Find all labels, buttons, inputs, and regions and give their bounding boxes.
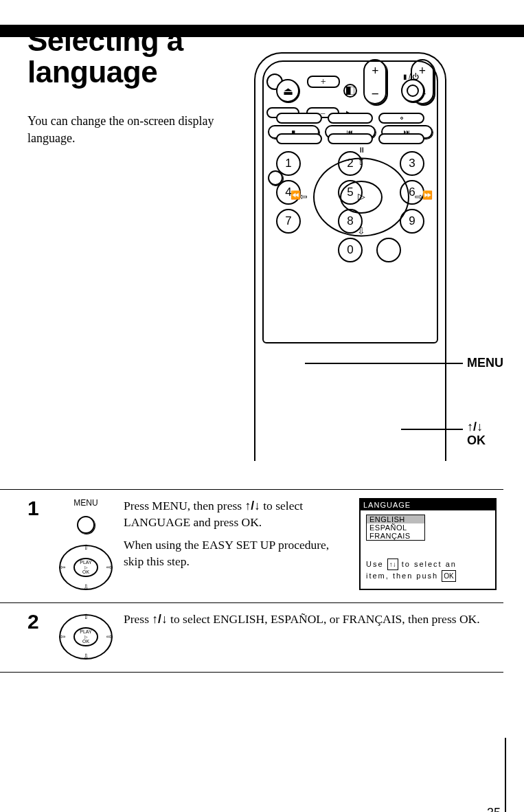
svg-rect-1 [350,87,354,95]
rew-icon: ⏪ [288,190,302,204]
osd-item: ESPAÑOL [367,523,424,532]
step-text: Press ↑/↓ to select ENGLISH, ESPAÑOL, or… [124,611,503,628]
arrows-ok-callout-label: ↑/↓ OK [467,420,486,448]
osd-body: ENGLISH ESPAÑOL FRANÇAIS Use ↑↓ to selec… [361,510,495,589]
pill-row-1 [264,110,437,126]
top-black-bar [0,25,524,37]
pill-button [328,113,374,124]
power-bar-icon: ▮ [403,73,407,80]
ok-box-icon: OK [442,570,455,582]
dpad: ▷ ⇧ ⇩ ⇦ ⇨ ⏪ ⏩ [293,154,430,240]
ok-callout-line [401,429,463,430]
ok-label: OK [82,639,89,644]
power-label: ▮/⏻ [403,73,419,80]
pill-button [276,133,322,144]
remote-frame: ⏏ ▮/⏻ [254,52,446,461]
ffwd-icon: ⏩ [420,190,434,204]
title-line-2: language [27,55,157,89]
osd-item-selected: ENGLISH [367,515,424,523]
up-arrow-icon: ⇧ [356,157,367,168]
remote-top-row: ⏏ [264,62,437,106]
pill-button [378,133,424,144]
step-number: 2 [27,611,48,632]
menu-callout-line [305,363,463,364]
dpad-center: ▷ [340,181,383,214]
steps-section: 1 MENU PLAY ▷ OK ⇧ ⇩ ⇦ ⇨ [0,489,503,673]
arrow-up-down-icon: ↑/↓ [467,420,483,433]
key-blank [376,238,401,262]
step-icons: PLAY ▷ OK ⇧ ⇩ ⇦ ⇨ [48,611,124,662]
power-button [401,79,424,102]
pill-row-2 [264,131,437,147]
step-icons: MENU PLAY ▷ OK ⇧ ⇩ ⇦ ⇨ [48,498,124,593]
down-arrow-icon: ⇩ [356,226,367,237]
dot-icon [400,117,403,120]
osd-item: FRANÇAIS [367,532,424,540]
osd-preview: LANGUAGE ENGLISH ESPAÑOL FRANÇAIS Use ↑↓… [359,498,503,590]
osd-header: LANGUAGE [361,499,495,510]
step-text: Press MENU, then press ↑/↓ to select LAN… [124,498,359,570]
osd-hint: Use ↑↓ to select an item, then push OK [366,559,490,582]
osd-screen: LANGUAGE ENGLISH ESPAÑOL FRANÇAIS Use ↑↓… [359,498,497,590]
menu-callout-label: MENU [467,356,503,370]
keypad-row: 0 [276,238,424,262]
pill-button [378,113,424,124]
remote-diagram: ⏏ ▮/⏻ [254,52,474,471]
step-number: 1 [27,498,48,519]
arrow-up-down-icon: ↑/↓ [152,612,167,626]
eject-icon: ⏏ [283,84,293,98]
manual-page: Selecting a language You can change the … [0,25,524,812]
svg-rect-0 [346,87,350,95]
intro-paragraph: You can change the on-screen display lan… [27,113,254,146]
ok-label: OK [467,433,486,447]
menu-icon-label: MENU [73,498,98,508]
step-2: 2 PLAY ▷ OK ⇧ ⇩ ⇦ ⇨ Press ↑/↓ to [0,602,503,673]
key-0: 0 [338,238,363,262]
osd-language-list: ENGLISH ESPAÑOL FRANÇAIS [366,515,425,541]
indicator-button [343,84,357,98]
ok-label: OK [82,569,89,575]
play-label: PLAY [80,629,91,635]
right-page-rule [505,738,506,812]
eject-button: ⏏ [276,79,299,102]
dpad-icon: PLAY ▷ OK ⇧ ⇩ ⇦ ⇨ [56,542,115,593]
split-circle-icon [346,87,354,95]
play-label: PLAY [80,560,91,565]
pill-button [328,133,374,144]
power-inner [407,84,419,97]
menu-button-icon [77,516,95,534]
arrow-box-icon: ↑↓ [387,559,398,570]
step-1: 1 MENU PLAY ▷ OK ⇧ ⇩ ⇦ ⇨ [0,489,503,602]
dpad-icon: PLAY ▷ OK ⇧ ⇩ ⇦ ⇨ [56,611,115,662]
standby-icon: ⏻ [412,73,419,80]
pill-button [276,113,322,124]
arrow-up-down-icon: ↑/↓ [244,499,260,512]
page-number: 35 [487,806,501,812]
